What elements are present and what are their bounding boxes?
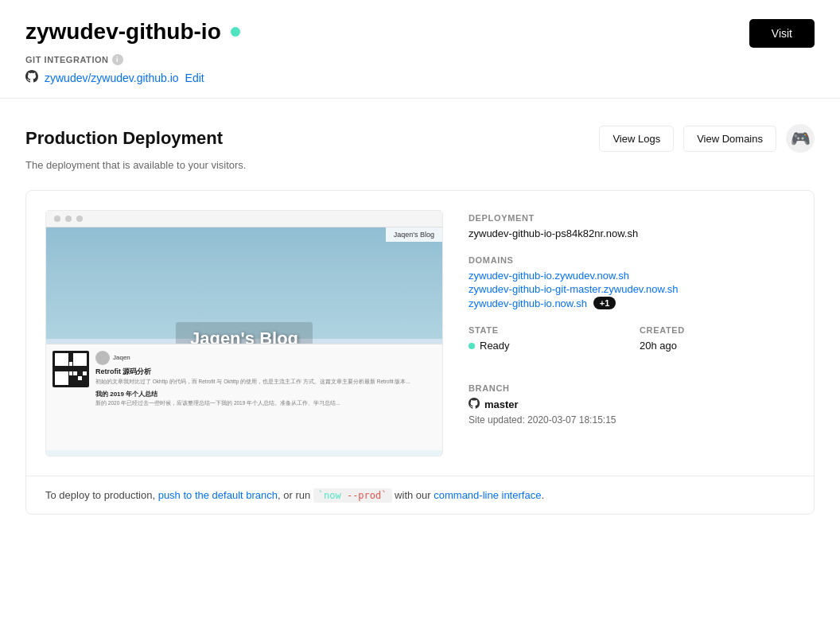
domain-link-3[interactable]: zywudev-github-io.now.sh bbox=[469, 297, 587, 309]
preview-post1-content: 初始的文章我对比过了 Okhttp 的代码，而 Retrofit 与 Okhtt… bbox=[95, 379, 436, 386]
branch-section: BRANCH master Site updated: 2020-03-07 1… bbox=[469, 383, 795, 426]
preview-browser-bar bbox=[46, 211, 442, 227]
section-header: Production Deployment View Logs View Dom… bbox=[25, 124, 815, 153]
view-logs-button[interactable]: View Logs bbox=[599, 126, 674, 152]
repo-link[interactable]: zywudev/zywudev.github.io bbox=[45, 72, 179, 84]
section-title: Production Deployment bbox=[25, 128, 223, 149]
deployment-section: DEPLOYMENT zywudev-github-io-ps84k82nr.n… bbox=[469, 213, 795, 239]
preview-author-row: Jaqen bbox=[95, 351, 436, 365]
created-value: 20h ago bbox=[640, 340, 795, 352]
preview-author-avatar bbox=[95, 351, 110, 365]
footer-text-before: To deploy to production, bbox=[45, 489, 158, 501]
preview-bottom-panel: Jaqen Retrofit 源码分析 初始的文章我对比过了 Okhttp 的代… bbox=[46, 344, 442, 450]
code-now: `now bbox=[318, 490, 347, 501]
state-label: STATE bbox=[469, 325, 624, 335]
deployment-label: DEPLOYMENT bbox=[469, 213, 795, 223]
preview-post2-content: 新的 2020 年已经过去一些时候，应该整理总结一下我的 2019 年个人总结。… bbox=[95, 400, 436, 406]
deployment-info: DEPLOYMENT zywudev-github-io-ps84k82nr.n… bbox=[469, 210, 795, 457]
preview-container[interactable]: Jaqen's Blog Jaqen's Blog bbox=[45, 210, 443, 457]
avatar: 🎮 bbox=[786, 124, 815, 153]
preview-post1-title: Retrofit 源码分析 bbox=[95, 367, 436, 377]
domains-label: DOMAINS bbox=[469, 255, 795, 265]
footer-code: `now --prod` bbox=[313, 488, 392, 503]
footer-period: . bbox=[541, 489, 544, 501]
created-label: CREATED bbox=[640, 325, 795, 335]
state-created-grid: STATE Ready CREATED 20h ago bbox=[469, 325, 795, 367]
main-content: Production Deployment View Logs View Dom… bbox=[0, 99, 840, 540]
section-description: The deployment that is available to your… bbox=[25, 159, 815, 171]
site-title-row: zywudev-github-io bbox=[25, 19, 240, 45]
preview-author-name: Jaqen bbox=[113, 354, 130, 361]
footer-text-after: with our bbox=[392, 489, 434, 501]
deployment-value: zywudev-github-io-ps84k82nr.now.sh bbox=[469, 227, 795, 239]
view-domains-button[interactable]: View Domains bbox=[683, 126, 776, 152]
git-integration-label: GIT INTEGRATION i bbox=[25, 54, 240, 65]
plus-badge: +1 bbox=[593, 297, 616, 309]
github-icon bbox=[25, 70, 38, 85]
domain-link-1[interactable]: zywudev-github-io.zywudev.now.sh bbox=[469, 270, 795, 282]
state-indicator-dot bbox=[469, 343, 475, 349]
edit-link[interactable]: Edit bbox=[185, 72, 204, 84]
site-title: zywudev-github-io bbox=[25, 19, 221, 45]
browser-btn-3 bbox=[76, 216, 83, 222]
state-row: Ready bbox=[469, 340, 624, 352]
push-branch-link[interactable]: push to the default branch bbox=[158, 489, 278, 501]
preview-post2-title: 我的 2019 年个人总结 bbox=[95, 390, 436, 398]
git-repo-row: zywudev/zywudev.github.io Edit bbox=[25, 70, 240, 85]
info-icon[interactable]: i bbox=[112, 54, 123, 65]
preview-post-content: Jaqen Retrofit 源码分析 初始的文章我对比过了 Okhttp 的代… bbox=[95, 351, 436, 444]
header-left: zywudev-github-io GIT INTEGRATION i zywu… bbox=[25, 19, 240, 85]
deployment-card: Jaqen's Blog Jaqen's Blog bbox=[25, 190, 815, 515]
browser-btn-1 bbox=[54, 216, 60, 222]
preview-content: Jaqen's Blog Jaqen's Blog bbox=[46, 227, 442, 450]
branch-label: BRANCH bbox=[469, 383, 795, 393]
branch-value: master bbox=[484, 398, 519, 410]
page-header: zywudev-github-io GIT INTEGRATION i zywu… bbox=[0, 0, 840, 99]
code-prod: --prod` bbox=[347, 490, 387, 501]
visit-button[interactable]: Visit bbox=[749, 19, 815, 48]
state-value: Ready bbox=[480, 340, 510, 352]
header-right: Visit bbox=[749, 19, 815, 48]
domain-link-2[interactable]: zywudev-github-io-git-master.zywudev.now… bbox=[469, 283, 795, 295]
preview-header-bar: Jaqen's Blog bbox=[386, 227, 442, 242]
card-footer: To deploy to production, push to the def… bbox=[26, 476, 814, 514]
github-branch-icon bbox=[469, 398, 480, 411]
section-actions: View Logs View Domains 🎮 bbox=[599, 124, 815, 153]
browser-btn-2 bbox=[65, 216, 72, 222]
cli-link[interactable]: command-line interface bbox=[434, 489, 541, 501]
domain-badge-row: zywudev-github-io.now.sh +1 bbox=[469, 297, 795, 309]
preview-qr-code bbox=[52, 351, 89, 387]
status-dot bbox=[231, 27, 240, 37]
domains-section: DOMAINS zywudev-github-io.zywudev.now.sh… bbox=[469, 255, 795, 309]
branch-row: master bbox=[469, 398, 795, 411]
site-updated: Site updated: 2020-03-07 18:15:15 bbox=[469, 414, 795, 426]
state-section: STATE Ready bbox=[469, 325, 624, 352]
card-inner: Jaqen's Blog Jaqen's Blog bbox=[26, 191, 814, 476]
created-section: CREATED 20h ago bbox=[640, 325, 795, 352]
footer-text-middle: , or run bbox=[278, 489, 313, 501]
